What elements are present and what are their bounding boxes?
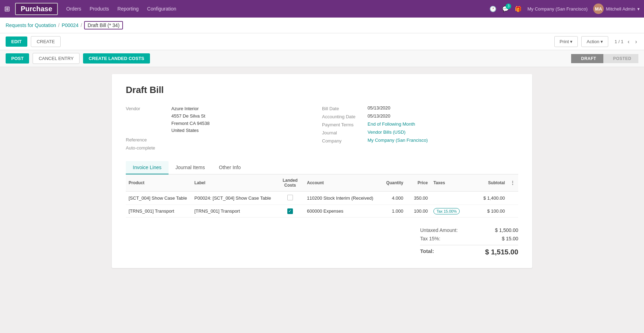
tax-badge[interactable]: Tax 15.00%: [433, 208, 460, 214]
vendor-addr1: 4557 De Silva St: [171, 113, 210, 120]
menu-configuration[interactable]: Configuration: [147, 5, 176, 13]
chat-badge-wrap[interactable]: 💬 3: [502, 6, 509, 12]
payment-terms-label: Payment Terms: [322, 121, 368, 127]
table-row[interactable]: [TRNS_001] Transport [TRNS_001] Transpor…: [126, 205, 518, 218]
row1-product: [SCT_004] Show Case Table: [126, 192, 192, 205]
accounting-date-label: Accounting Date: [322, 113, 368, 119]
row2-label: [TRNS_001] Transport: [192, 205, 276, 218]
row1-menu: [508, 192, 518, 205]
tax-label: Tax 15%:: [420, 236, 440, 241]
bill-date-value[interactable]: 05/13/2020: [368, 105, 390, 111]
edit-button[interactable]: EDIT: [6, 36, 27, 47]
row2-landed-checkbox[interactable]: ✓: [287, 208, 293, 214]
reference-row: Reference: [126, 136, 315, 142]
journal-value[interactable]: Vendor Bills (USD): [368, 129, 405, 135]
cancel-entry-button[interactable]: CANCEL ENTRY: [33, 53, 80, 64]
row2-landed[interactable]: ✓: [276, 205, 304, 218]
pagination-prev[interactable]: ‹: [626, 38, 631, 46]
breadcrumb-current: Draft Bill (* 34): [84, 21, 123, 29]
bill-date-label: Bill Date: [322, 105, 368, 111]
reference-label: Reference: [126, 136, 171, 142]
th-account: Account: [304, 174, 378, 192]
clock-icon[interactable]: 🕐: [489, 6, 496, 12]
total-label: Total:: [420, 248, 434, 256]
tabs: Invoice Lines Journal Items Other Info: [126, 161, 518, 174]
row1-taxes: [431, 192, 473, 205]
print-label: Print: [560, 39, 569, 44]
status-draft[interactable]: DRAFT: [571, 54, 603, 63]
row1-price: 350.00: [406, 192, 431, 205]
tax-row: Tax 15%: $ 15.00: [420, 234, 518, 243]
topnav-right: 🕐 💬 3 🎁 My Company (San Francisco) MA Mi…: [489, 4, 640, 14]
company-row: Company My Company (San Francisco): [322, 138, 511, 144]
menu-products[interactable]: Products: [90, 5, 109, 13]
row2-subtotal: $ 100.00: [473, 205, 508, 218]
accounting-date-value[interactable]: 05/13/2020: [368, 113, 390, 119]
row2-price: 100.00: [406, 205, 431, 218]
company-value[interactable]: My Company (San Francisco): [368, 138, 428, 143]
action-dropdown-icon: ▾: [601, 39, 603, 44]
document-card: Draft Bill Vendor Azure Interior 4557 De…: [112, 74, 532, 268]
breadcrumb: Requests for Quotation / P00024 / Draft …: [0, 18, 644, 33]
row2-menu: [508, 205, 518, 218]
th-landed-costs: Landed Costs: [276, 174, 304, 192]
app-title[interactable]: Purchase: [15, 3, 58, 15]
total-value: $ 1,515.00: [485, 248, 518, 256]
breadcrumb-po[interactable]: P00024: [62, 22, 78, 28]
pagination: 1 / 1 ‹ ›: [615, 38, 638, 46]
row1-subtotal: $ 1,400.00: [473, 192, 508, 205]
main-content: Draft Bill Vendor Azure Interior 4557 De…: [0, 67, 644, 333]
vendor-addr2: Fremont CA 94538: [171, 120, 210, 127]
row1-landed-checkbox[interactable]: [287, 195, 293, 200]
action-button[interactable]: Action ▾: [581, 36, 608, 47]
menu-orders[interactable]: Orders: [66, 5, 81, 13]
post-button[interactable]: POST: [6, 53, 29, 64]
gift-icon[interactable]: 🎁: [515, 6, 522, 12]
th-label: Label: [192, 174, 276, 192]
form-grid: Vendor Azure Interior 4557 De Silva St F…: [126, 105, 518, 153]
breadcrumb-rfq[interactable]: Requests for Quotation: [6, 22, 56, 28]
row2-account: 600000 Expenses: [304, 205, 378, 218]
row1-landed[interactable]: [276, 192, 304, 205]
status-bar: POST CANCEL ENTRY CREATE LANDED COSTS DR…: [0, 50, 644, 67]
user-dropdown-icon: ▾: [637, 6, 640, 12]
table-row[interactable]: [SCT_004] Show Case Table P00024: [SCT_0…: [126, 192, 518, 205]
print-button[interactable]: Print ▾: [554, 36, 578, 47]
vendor-value: Azure Interior 4557 De Silva St Fremont …: [171, 105, 210, 134]
grid-icon[interactable]: ⊞: [4, 5, 10, 13]
chat-badge: 3: [506, 4, 511, 9]
create-landed-costs-button[interactable]: CREATE LANDED COSTS: [83, 53, 150, 64]
journal-label: Journal: [322, 129, 368, 135]
form-left: Vendor Azure Interior 4557 De Silva St F…: [126, 105, 322, 153]
payment-terms-value[interactable]: End of Following Month: [368, 121, 415, 127]
vendor-name[interactable]: Azure Interior: [171, 105, 210, 113]
company-label: Company: [322, 138, 368, 144]
create-button[interactable]: CREATE: [31, 36, 61, 47]
user-menu[interactable]: MA Mitchell Admin ▾: [593, 4, 640, 14]
table-menu-icon[interactable]: ⋮: [511, 180, 515, 185]
vendor-label: Vendor: [126, 105, 171, 111]
row2-product: [TRNS_001] Transport: [126, 205, 192, 218]
payment-terms-row: Payment Terms End of Following Month: [322, 121, 511, 127]
topnav: ⊞ Purchase Orders Products Reporting Con…: [0, 0, 644, 18]
tab-journal-items[interactable]: Journal Items: [169, 161, 212, 174]
th-taxes: Taxes: [431, 174, 473, 192]
th-quantity: Quantity: [378, 174, 406, 192]
print-dropdown-icon: ▾: [570, 39, 573, 44]
th-price: Price: [406, 174, 431, 192]
tab-other-info[interactable]: Other Info: [212, 161, 248, 174]
autocomplete-label: Auto-complete: [126, 145, 171, 151]
status-posted[interactable]: POSTED: [603, 54, 638, 63]
journal-row: Journal Vendor Bills (USD): [322, 129, 511, 135]
vendor-row: Vendor Azure Interior 4557 De Silva St F…: [126, 105, 315, 134]
tab-invoice-lines[interactable]: Invoice Lines: [126, 161, 169, 174]
menu-reporting[interactable]: Reporting: [117, 5, 139, 13]
untaxed-row: Untaxed Amount: $ 1,500.00: [420, 226, 518, 234]
company-selector[interactable]: My Company (San Francisco): [527, 6, 588, 12]
pagination-next[interactable]: ›: [634, 38, 638, 46]
row2-quantity: 1.000: [378, 205, 406, 218]
pagination-text: 1 / 1: [615, 39, 623, 44]
avatar: MA: [593, 4, 604, 14]
untaxed-value: $ 1,500.00: [495, 227, 518, 233]
action-label: Action: [587, 39, 599, 44]
